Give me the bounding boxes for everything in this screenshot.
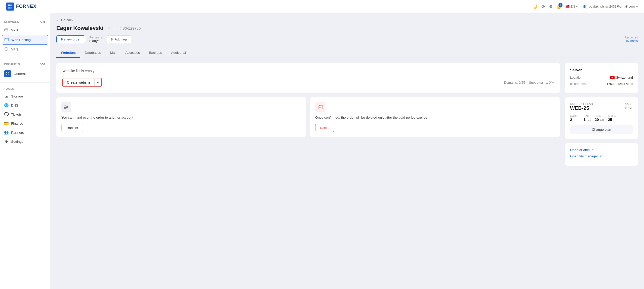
resources-label: Resources [625,36,638,39]
open-cpanel-link[interactable]: Open cPanel ↗ [570,148,633,152]
vps-label: VPS [11,28,18,32]
file-manager-external-icon: ↗ [599,155,602,158]
dns-icon: 🌐 [4,103,9,108]
settings-icon[interactable]: ⚙ [549,4,552,9]
svg-rect-17 [113,29,116,29]
resources-show-label: show [630,39,638,43]
ram-value: 1 GB [584,117,591,122]
user-chevron: ▾ [636,5,638,8]
cost-label: COST [622,102,633,105]
change-plan-button[interactable]: Change plan [570,125,633,134]
sidebar: SERVICES + Add VPS Web Hosting VPN PROJE… [0,13,50,289]
tab-accesses[interactable]: Accesses [121,48,144,58]
create-website-section: Create website ▾ Domains: 0/25 Subdomain… [62,78,554,87]
swiss-flag-icon [610,76,615,79]
sidebar-item-vps[interactable]: VPS [0,26,50,35]
vpn-icon [4,47,9,52]
language-selector[interactable]: 🇬🇧 EN ▾ [566,5,578,8]
sidebar-item-finance[interactable]: 💳 Finance [0,119,50,128]
sidebar-item-vpn[interactable]: VPN [0,45,50,54]
tab-mail[interactable]: Mail [106,48,121,58]
flag-icon: 🇬🇧 [566,5,570,8]
content-right: Server Location: Switzerland IP address:… [565,63,638,166]
svg-rect-3 [10,7,12,9]
projects-section-header: PROJECTS + Add [0,60,50,68]
server-title: Server [570,68,633,72]
add-tags-button[interactable]: ⊕ Add tags [107,35,131,43]
location-row: Location: Switzerland [570,76,633,79]
renew-order-button[interactable]: Renew order [56,35,85,43]
topnav-right: 🌙 ⊙ ⚙ 🔔 1 🇬🇧 EN ▾ 👤 bbalakrishnan2462@gm… [533,4,638,9]
services-add-button[interactable]: + Add [36,20,46,24]
plan-header: CURRENT PLAN WEB-25 COST 5 €/mo. [570,102,633,111]
plan-name: WEB-25 [570,105,593,111]
breadcrumb[interactable]: ← Go back [56,18,638,22]
tabs-bar: Websites Databases Mail Accesses Backups… [56,48,638,58]
transfer-card: You can hand over the order to another a… [56,97,306,137]
sidebar-item-settings[interactable]: ⚙ Settings [0,137,50,146]
lang-chevron: ▾ [576,5,578,8]
ip-row: IP address: 176.10.124.168 ⧉ [570,82,633,86]
remaining-info: Remaining 8 days [89,36,103,43]
delete-button[interactable]: Delete [315,124,334,132]
delete-card-text: Once confirmed, the order will be delete… [315,115,555,120]
tab-backups[interactable]: Backups [144,48,167,58]
website-empty-text: Website list is empty. [62,69,554,73]
projects-add-button[interactable]: + Add [36,62,46,66]
transfer-button[interactable]: Transfer [61,124,83,132]
bell-wrap[interactable]: 🔔 1 [556,4,561,9]
svg-rect-21 [629,41,629,42]
dropdown-chevron-icon: ▾ [97,81,99,84]
tab-additional[interactable]: Additional [167,48,190,58]
sidebar-item-web-hosting[interactable]: Web Hosting [2,35,48,45]
location-value: Switzerland [610,76,633,79]
spec-ram: RAM 1 GB [584,115,591,122]
create-website-dropdown-button[interactable]: ▾ [94,79,101,86]
resources-show-button[interactable]: show [626,39,638,43]
svg-rect-15 [113,27,116,27]
svg-point-23 [65,108,65,109]
user-menu[interactable]: 👤 bbalakrishnan2462@gmail.com ▾ [582,4,638,9]
disk-label: DISK [595,115,604,117]
list-view-button[interactable] [113,26,116,30]
svg-rect-16 [113,28,116,28]
svg-rect-5 [5,30,8,31]
delete-card: Once confirmed, the order will be delete… [310,97,560,137]
svg-rect-8 [5,38,8,41]
sites-label: SITES [608,115,616,117]
tab-databases[interactable]: Databases [80,48,106,58]
spec-sites: SITES 25 [608,115,616,122]
open-file-manager-link[interactable]: Open file manager ↗ [570,154,633,158]
sidebar-item-storage[interactable]: ☁ Storage [0,92,50,101]
info-cards: You can hand over the order to another a… [56,97,560,137]
add-tags-icon: ⊕ [110,37,113,41]
logo-icon [6,3,14,11]
bell-badge: 1 [558,3,562,7]
tab-databases-label: Databases [85,51,101,55]
plan-price: 5 €/mo. [622,105,633,111]
page-title: Eager Kowalevski [56,25,103,31]
cpanel-label: Open cPanel [570,148,590,152]
tab-websites[interactable]: Websites [56,48,80,58]
domains-info: Domains: 0/25 [504,81,525,84]
plan-specs: CORES 2 RAM 1 GB [570,115,633,122]
vps-icon [4,28,9,33]
sidebar-item-general[interactable]: General [0,68,50,79]
sidebar-item-tickets[interactable]: 💬 Tickets [0,110,50,119]
plan-cost-section: COST 5 €/mo. [622,102,633,111]
moon-icon[interactable]: 🌙 [533,4,538,9]
copy-ip-button[interactable]: ⧉ [631,82,633,86]
create-website-button[interactable]: Create website [63,78,94,86]
action-bar: Renew order Remaining 8 days ⊕ Add tags … [56,35,638,43]
svg-rect-20 [628,41,628,42]
main-content: ← Go back Eager Kowalevski # 80-129780 R… [50,13,644,289]
edit-title-button[interactable] [106,26,110,30]
svg-rect-4 [5,29,8,30]
help-icon[interactable]: ⊙ [542,4,545,9]
sidebar-item-partners[interactable]: 👥 Partners [0,128,50,137]
tickets-label: Tickets [11,113,22,116]
svg-point-10 [6,38,6,38]
svg-point-24 [66,108,66,109]
server-card: Server Location: Switzerland IP address:… [565,63,638,93]
sidebar-item-dns[interactable]: 🌐 DNS [0,101,50,110]
